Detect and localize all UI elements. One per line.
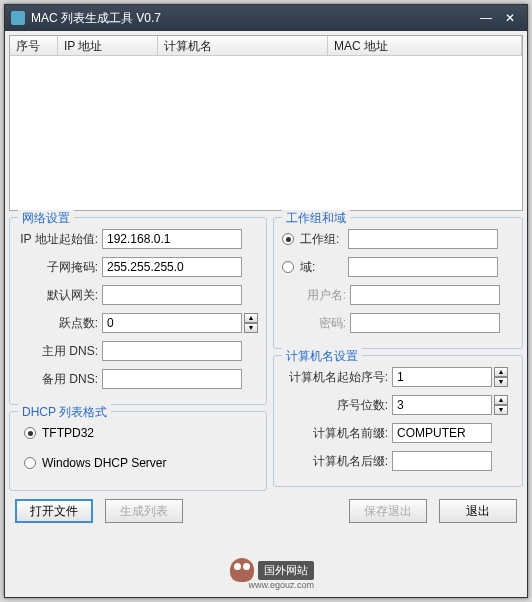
prefix-label: 计算机名前缀: [282, 425, 392, 442]
user-input[interactable] [350, 285, 500, 305]
domain-label: 域: [300, 259, 348, 276]
hops-up[interactable]: ▲ [244, 313, 258, 323]
save-exit-button[interactable]: 保存退出 [349, 499, 427, 523]
col-ip[interactable]: IP 地址 [58, 36, 158, 55]
close-button[interactable]: ✕ [499, 9, 521, 27]
radio-icon [282, 261, 294, 273]
digits-input[interactable] [392, 395, 492, 415]
gateway-input[interactable] [102, 285, 242, 305]
dhcp-opt1-label: TFTPD32 [42, 426, 94, 440]
footer-toolbar: 打开文件 生成列表 保存退出 退出 [9, 491, 523, 531]
hops-input[interactable] [102, 313, 242, 333]
suffix-label: 计算机名后缀: [282, 453, 392, 470]
cn-legend: 计算机名设置 [282, 348, 362, 365]
network-settings-group: 网络设置 IP 地址起始值: 子网掩码: 默认网关: 跃点数: ▲▼ 主用 DN… [9, 217, 267, 405]
exit-button[interactable]: 退出 [439, 499, 517, 523]
dhcp-format-group: DHCP 列表格式 TFTPD32 Windows DHCP Server [9, 411, 267, 491]
generate-list-button[interactable]: 生成列表 [105, 499, 183, 523]
digits-label: 序号位数: [282, 397, 392, 414]
start-seq-label: 计算机名起始序号: [282, 369, 392, 386]
table-body [10, 56, 522, 211]
radio-icon [282, 233, 294, 245]
ip-start-label: IP 地址起始值: [18, 231, 102, 248]
dns1-input[interactable] [102, 341, 242, 361]
workgroup-label: 工作组: [300, 231, 348, 248]
pass-input[interactable] [350, 313, 500, 333]
start-seq-down[interactable]: ▼ [494, 377, 508, 387]
col-host[interactable]: 计算机名 [158, 36, 328, 55]
mask-label: 子网掩码: [18, 259, 102, 276]
dhcp-opt-tftpd32[interactable]: TFTPD32 [18, 422, 258, 444]
prefix-input[interactable] [392, 423, 492, 443]
workgroup-domain-group: 工作组和域 工作组: 域: 用户名: 密码: [273, 217, 523, 349]
result-table: 序号 IP 地址 计算机名 MAC 地址 [9, 35, 523, 211]
start-seq-input[interactable] [392, 367, 492, 387]
open-file-button[interactable]: 打开文件 [15, 499, 93, 523]
col-mac[interactable]: MAC 地址 [328, 36, 522, 55]
network-legend: 网络设置 [18, 210, 74, 227]
dns2-label: 备用 DNS: [18, 371, 102, 388]
window-title: MAC 列表生成工具 V0.7 [31, 10, 473, 27]
workgroup-option[interactable]: 工作组: [282, 228, 514, 250]
wg-legend: 工作组和域 [282, 210, 350, 227]
dhcp-opt2-label: Windows DHCP Server [42, 456, 166, 470]
mask-input[interactable] [102, 257, 242, 277]
gateway-label: 默认网关: [18, 287, 102, 304]
digits-up[interactable]: ▲ [494, 395, 508, 405]
table-header: 序号 IP 地址 计算机名 MAC 地址 [10, 36, 522, 56]
domain-input[interactable] [348, 257, 498, 277]
start-seq-up[interactable]: ▲ [494, 367, 508, 377]
minimize-button[interactable]: — [475, 9, 497, 27]
hops-down[interactable]: ▼ [244, 323, 258, 333]
radio-icon [24, 457, 36, 469]
digits-down[interactable]: ▼ [494, 405, 508, 415]
dhcp-opt-windows[interactable]: Windows DHCP Server [18, 452, 258, 474]
app-icon [11, 11, 25, 25]
radio-icon [24, 427, 36, 439]
hops-label: 跃点数: [18, 315, 102, 332]
dhcp-legend: DHCP 列表格式 [18, 404, 111, 421]
dns1-label: 主用 DNS: [18, 343, 102, 360]
user-label: 用户名: [300, 287, 350, 304]
col-seq[interactable]: 序号 [10, 36, 58, 55]
workgroup-input[interactable] [348, 229, 498, 249]
titlebar: MAC 列表生成工具 V0.7 — ✕ [5, 5, 527, 31]
dns2-input[interactable] [102, 369, 242, 389]
pass-label: 密码: [300, 315, 350, 332]
hostname-settings-group: 计算机名设置 计算机名起始序号: ▲▼ 序号位数: ▲▼ 计算机名前缀: 计算机… [273, 355, 523, 487]
suffix-input[interactable] [392, 451, 492, 471]
ip-start-input[interactable] [102, 229, 242, 249]
domain-option[interactable]: 域: [282, 256, 514, 278]
